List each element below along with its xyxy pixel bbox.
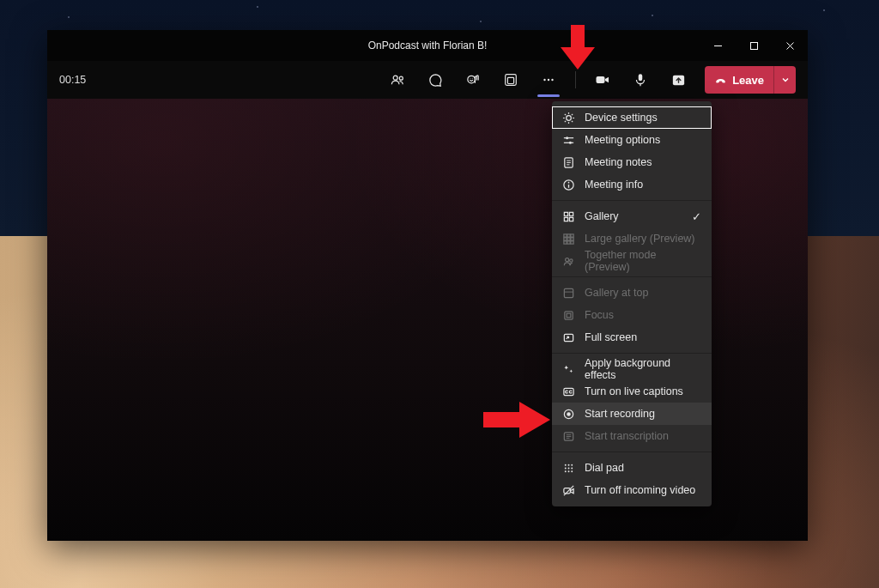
svg-point-61 [568, 467, 570, 469]
menu-item-start-transcription: Start transcription [552, 425, 712, 447]
menu-item-label: Turn off incoming video [585, 484, 695, 496]
video-off-icon [562, 484, 575, 497]
svg-point-21 [566, 136, 568, 139]
menu-item-label: Dial pad [585, 462, 624, 474]
svg-point-5 [399, 76, 403, 80]
leave-button[interactable]: Leave [705, 66, 773, 94]
svg-rect-47 [565, 311, 573, 318]
more-actions-button[interactable] [532, 65, 565, 94]
menu-item-label: Meeting notes [585, 156, 652, 168]
svg-rect-31 [569, 212, 573, 215]
window-titlebar[interactable]: OnPodcast with Florian B! [47, 30, 808, 61]
svg-rect-37 [564, 237, 567, 239]
people-icon [562, 255, 575, 268]
svg-point-57 [565, 464, 567, 465]
svg-point-64 [568, 470, 570, 472]
menu-item-label: Start recording [585, 408, 655, 420]
svg-rect-33 [569, 217, 573, 221]
sparkle-icon [562, 363, 575, 376]
svg-point-65 [571, 470, 573, 472]
svg-point-28 [568, 181, 570, 183]
hangup-icon [714, 74, 727, 87]
svg-point-52 [567, 412, 571, 416]
svg-point-8 [471, 77, 472, 78]
leave-dropdown-button[interactable] [773, 66, 796, 94]
check-icon: ✓ [692, 210, 701, 223]
notes-icon [562, 156, 575, 169]
menu-item-meeting-options[interactable]: Meeting options [552, 129, 712, 151]
menu-separator [552, 200, 712, 201]
svg-rect-36 [571, 233, 573, 236]
toolbar-separator [575, 71, 576, 88]
window-close-button[interactable] [772, 30, 808, 61]
annotation-arrow-down [561, 25, 595, 70]
sliders-icon [562, 134, 575, 147]
svg-rect-1 [750, 42, 757, 49]
menu-item-gallery[interactable]: Gallery✓ [552, 205, 712, 227]
svg-rect-39 [571, 237, 573, 239]
menu-item-incoming-video-off[interactable]: Turn off incoming video [552, 479, 712, 501]
gear-icon [562, 112, 575, 124]
meeting-toolbar: 00:15 [47, 61, 808, 99]
reactions-button[interactable] [457, 65, 489, 94]
microphone-icon [633, 72, 648, 88]
svg-point-7 [470, 77, 470, 78]
meeting-timer: 00:15 [59, 74, 86, 86]
svg-rect-41 [567, 240, 570, 243]
svg-rect-45 [564, 288, 573, 297]
menu-item-live-captions[interactable]: Turn on live captions [552, 380, 712, 403]
rooms-button[interactable] [494, 65, 527, 94]
svg-point-6 [467, 76, 475, 83]
chevron-down-icon [781, 76, 790, 84]
svg-point-63 [565, 470, 567, 472]
microphone-button[interactable] [624, 65, 657, 94]
window-title: OnPodcast with Florian B! [368, 39, 488, 52]
svg-point-12 [548, 79, 549, 81]
fullscreen-icon [562, 331, 575, 344]
chat-button[interactable] [419, 65, 452, 94]
menu-item-dial-pad[interactable]: Dial pad [552, 457, 712, 479]
svg-rect-40 [564, 240, 567, 243]
svg-point-13 [551, 79, 553, 81]
menu-item-label: Start transcription [585, 430, 669, 442]
transcript-icon [562, 430, 575, 443]
participants-button[interactable] [381, 65, 414, 94]
camera-button[interactable] [586, 65, 619, 94]
share-button[interactable] [662, 65, 694, 94]
svg-rect-35 [567, 233, 570, 236]
svg-rect-30 [564, 212, 567, 215]
menu-item-label: Focus [585, 309, 614, 321]
window-controls [700, 30, 808, 61]
menu-item-apply-bg[interactable]: Apply background effects [552, 358, 712, 380]
svg-rect-48 [567, 313, 571, 318]
svg-rect-14 [597, 76, 605, 83]
menu-item-label: Meeting info [585, 179, 643, 191]
svg-point-59 [571, 464, 573, 465]
svg-line-67 [564, 485, 573, 494]
frame-icon [562, 309, 575, 322]
people-icon [390, 72, 406, 88]
menu-item-label: Meeting options [585, 134, 660, 146]
svg-point-22 [569, 141, 572, 143]
layout-top-icon [562, 287, 575, 300]
window-minimize-button[interactable] [700, 30, 736, 61]
chat-icon [427, 72, 444, 88]
menu-item-label: Together mode (Preview) [585, 249, 701, 273]
menu-item-meeting-info[interactable]: Meeting info [552, 173, 712, 196]
svg-rect-42 [571, 240, 573, 243]
menu-item-label: Full screen [585, 331, 637, 343]
more-icon [541, 72, 556, 88]
raise-hand-icon [465, 72, 482, 88]
menu-item-full-screen[interactable]: Full screen [552, 326, 712, 349]
menu-item-focus: Focus [552, 304, 712, 326]
menu-item-meeting-notes[interactable]: Meeting notes [552, 151, 712, 173]
record-icon [562, 408, 575, 421]
grid-large-icon [562, 233, 575, 246]
dialpad-icon [562, 462, 575, 475]
menu-item-gallery-at-top: Gallery at top [552, 282, 712, 304]
window-maximize-button[interactable] [736, 30, 772, 61]
menu-item-start-recording[interactable]: Start recording [552, 403, 712, 425]
menu-item-device-settings[interactable]: Device settings [552, 106, 712, 129]
svg-point-60 [565, 467, 567, 469]
svg-rect-15 [639, 74, 643, 81]
